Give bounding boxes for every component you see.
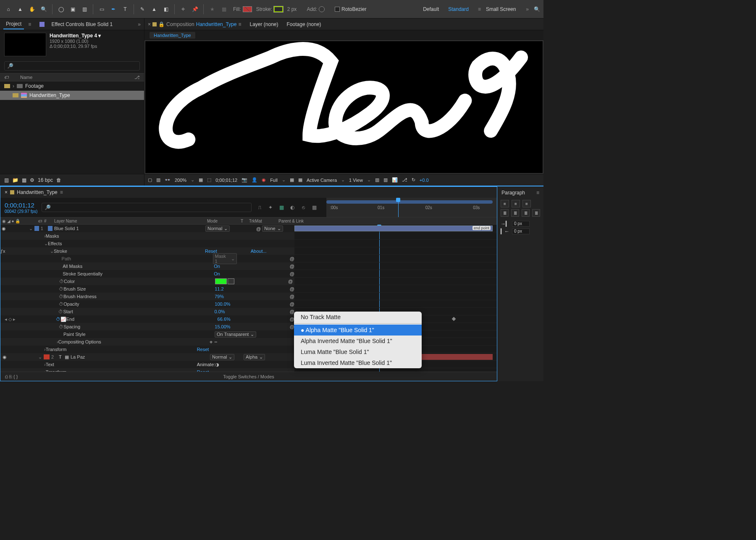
close-tab-icon[interactable]: × — [148, 21, 151, 27]
new-comp-icon[interactable]: ▦ — [22, 177, 26, 183]
motion-blur-icon[interactable]: ◐ — [289, 204, 296, 210]
layer-row-2[interactable]: ◉ ⌄ 2 T ▦ La Paz Normal ⌄ Alpha ⌄ — [0, 353, 294, 361]
keyframe-nav[interactable]: ◂ ◇ ▸ — [0, 317, 19, 322]
timecode[interactable]: 0;00;01;12 — [215, 178, 237, 183]
search-icon[interactable]: 🔍 — [534, 6, 540, 12]
current-timecode[interactable]: 0;00;01;12 — [5, 202, 34, 209]
draft3d-icon[interactable]: ✦ — [267, 204, 274, 210]
orbit-tool-icon[interactable]: ◯ — [56, 4, 66, 14]
fill-swatch[interactable] — [243, 6, 252, 12]
align-right-icon[interactable]: ≡ — [522, 200, 531, 207]
trash-icon[interactable]: 🗑 — [56, 177, 61, 183]
trkmat-dropdown[interactable]: Alpha ⌄ — [244, 354, 265, 360]
workspace-standard[interactable]: Standard — [448, 6, 469, 12]
new-folder-icon[interactable]: 📁 — [12, 177, 18, 183]
3d-icon[interactable]: ▦ — [298, 177, 302, 183]
grid-icon[interactable]: ▥ — [156, 177, 160, 183]
ctx-luma-inverted[interactable]: Luma Inverted Matte "Blue Solid 1" — [294, 357, 422, 368]
toggle-switches[interactable]: Toggle Switches / Modes — [223, 374, 274, 379]
camera-tool-icon[interactable]: ▣ — [68, 4, 78, 14]
justify-center-icon[interactable]: ≣ — [511, 209, 519, 217]
type-tool-icon[interactable]: T — [120, 4, 130, 14]
active-camera[interactable]: Active Camera — [307, 178, 337, 183]
tl-footer-icons[interactable]: ⎙ ⎘ { } — [5, 374, 18, 379]
magnify-icon[interactable]: ▢ — [148, 177, 152, 183]
resolution[interactable]: Full — [270, 178, 278, 183]
lock-icon[interactable]: 🔒 — [158, 21, 165, 27]
composition-viewer[interactable] — [145, 41, 543, 173]
animate-menu-icon[interactable]: ◑ — [215, 362, 219, 367]
pickwhip-icon[interactable]: @ — [256, 226, 261, 231]
ctx-alpha-inverted[interactable]: Alpha Inverted Matte "Blue Solid 1" — [294, 336, 422, 346]
timeline-icon[interactable]: 📊 — [392, 177, 398, 183]
selection-tool-icon[interactable]: ▲ — [15, 4, 25, 14]
add-remove-icon[interactable]: + − — [210, 339, 218, 345]
justify-all-icon[interactable]: ≣ — [532, 209, 540, 217]
shape-tool-icon[interactable]: ▭ — [97, 4, 107, 14]
frame-blend-icon[interactable]: ▦ — [278, 204, 285, 210]
layer-color-swatch[interactable] — [34, 226, 39, 231]
color-picker-icon[interactable] — [228, 278, 234, 284]
views[interactable]: 1 View — [349, 178, 363, 183]
shy-icon[interactable]: ⎍ — [256, 204, 263, 210]
comp-name[interactable]: Handwritten_Type 4 ▾ — [50, 33, 101, 39]
project-comp-row[interactable]: Handwritten_Type — [0, 91, 144, 100]
parent-dropdown[interactable]: None ⌄ — [262, 225, 283, 232]
snapshot-icon[interactable]: 📷 — [242, 177, 247, 183]
zoom-value[interactable]: 200% — [175, 178, 186, 183]
pixel-aspect-icon[interactable]: ▥ — [375, 177, 379, 183]
clone-tool-icon[interactable]: ▲ — [149, 4, 159, 14]
roi-icon[interactable]: ⬚ — [207, 177, 211, 183]
allmasks-value[interactable]: On — [214, 264, 220, 269]
justify-right-icon[interactable]: ≣ — [522, 209, 530, 217]
brainstorm-icon[interactable]: ▦ — [310, 204, 318, 210]
close-icon[interactable]: × — [5, 189, 8, 195]
brush-tool-icon[interactable]: ✎ — [137, 4, 147, 14]
col-name[interactable]: Name — [20, 75, 32, 80]
roto-tool-icon[interactable]: ✧ — [178, 4, 188, 14]
layer-row-1[interactable]: ◉ ⌄ 1 Blue Solid 1 Normal ⌄ @ None ⌄ — [0, 225, 294, 232]
add-vertex-icon[interactable] — [319, 6, 325, 12]
project-folder-row[interactable]: › Footage — [0, 81, 144, 91]
layer-tab[interactable]: Layer (none) — [249, 21, 278, 27]
show-snapshot-icon[interactable]: 👤 — [252, 177, 257, 183]
effect-controls-tab[interactable]: Effect Controls Blue Solid 1 — [49, 20, 115, 29]
color-swatch[interactable] — [215, 278, 227, 284]
about-link[interactable]: About... — [251, 249, 267, 254]
indent-right-value[interactable]: 0 px — [512, 228, 530, 234]
zoom-tool-icon[interactable]: 🔍 — [39, 4, 49, 14]
timeline-tab[interactable]: Handwritten_Type — [17, 189, 58, 195]
channel-icon[interactable]: ◉ — [262, 177, 266, 183]
transparency-icon[interactable]: ▦ — [290, 177, 294, 183]
rotobezier-checkbox[interactable] — [335, 7, 340, 12]
paint-style-dropdown[interactable]: On Transparent ⌄ — [215, 331, 256, 338]
indent-left-value[interactable]: 0 px — [512, 221, 530, 227]
hand-tool-icon[interactable]: ✋ — [27, 4, 37, 14]
stopwatch-icon[interactable]: ⏱ — [59, 279, 64, 284]
pan-behind-tool-icon[interactable]: ▥ — [79, 4, 89, 14]
home-icon[interactable]: ⌂ — [3, 4, 13, 14]
align-left-icon[interactable]: ≡ — [501, 200, 509, 207]
workspace-small[interactable]: Small Screen — [486, 6, 516, 12]
bpc-label[interactable]: 16 bpc — [38, 177, 53, 183]
mask-icon[interactable]: 👓 — [165, 177, 171, 183]
res-icon[interactable]: ▦ — [199, 177, 203, 183]
settings-icon[interactable]: ⚙ — [30, 177, 34, 183]
workspace-default[interactable]: Default — [423, 6, 439, 12]
ctx-no-matte[interactable]: No Track Matte — [294, 312, 422, 322]
fast-preview-icon[interactable]: ▥ — [383, 177, 388, 183]
pickwhip-icon[interactable]: @ — [290, 256, 294, 261]
project-tab[interactable]: Project — [3, 19, 24, 29]
ctx-luma-matte[interactable]: Luma Matte "Blue Solid 1" — [294, 346, 422, 357]
blend-mode-dropdown[interactable]: Normal ⌄ — [205, 225, 230, 232]
snap-icon[interactable]: ▦ — [219, 4, 229, 14]
stroke-width[interactable]: 2 px — [287, 6, 297, 12]
puppet-tool-icon[interactable]: 📌 — [190, 4, 200, 14]
flowchart-icon[interactable]: ⎇ — [402, 177, 407, 183]
overflow-icon[interactable]: » — [526, 6, 529, 12]
comp-subtab[interactable]: Handwritten_Type — [150, 32, 195, 39]
justify-left-icon[interactable]: ≣ — [501, 209, 509, 217]
exposure[interactable]: +0.0 — [420, 178, 429, 183]
flowchart-icon[interactable]: ⎇ — [134, 75, 140, 80]
pen-tool-icon[interactable]: ✒ — [108, 4, 118, 14]
